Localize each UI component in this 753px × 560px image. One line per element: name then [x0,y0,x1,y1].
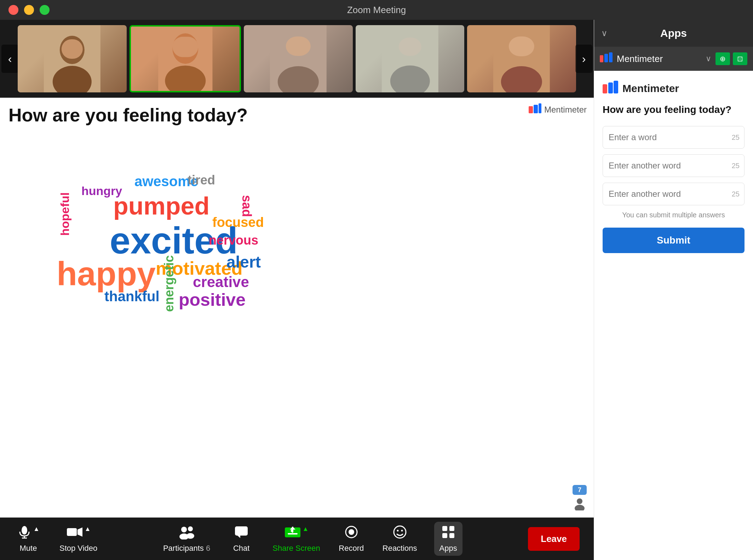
word-input-1-wrapper: 25 [603,126,745,149]
submit-button[interactable]: Submit [603,228,745,253]
svg-rect-62 [449,533,454,538]
char-count-1: 25 [732,133,740,142]
panel-add-button[interactable]: ⊕ [715,52,730,65]
menti-panel-logo [600,52,613,65]
svg-marker-42 [77,527,82,537]
word-input-3-wrapper: 25 [603,183,745,205]
participants-icon [178,525,195,542]
share-arrow[interactable]: ▲ [303,525,309,533]
svg-rect-15 [509,36,534,56]
participant-strip: ‹ [0,20,594,98]
apps-icon [441,525,456,542]
svg-rect-17 [529,106,533,113]
close-button[interactable] [8,5,18,15]
svg-text:thankful: thankful [104,288,160,304]
maximize-button[interactable] [40,5,50,15]
apps-button[interactable]: Apps [434,522,462,556]
participant-thumb-3[interactable] [244,25,353,92]
word-input-2[interactable] [603,154,745,177]
svg-text:positive: positive [179,290,246,310]
panel-dropdown-icon[interactable]: ∨ [601,28,608,38]
panel-dropdown-chevron[interactable]: ∨ [706,54,711,63]
char-count-2: 25 [732,162,740,170]
word-cloud-svg: awesome tired hungry pumped sad hopeful … [0,133,340,331]
menti-brand-name: Mentimeter [622,82,679,95]
svg-rect-53 [288,533,298,535]
svg-point-36 [577,498,582,504]
strip-nav-left[interactable]: ‹ [1,45,18,73]
svg-text:sad: sad [240,195,254,217]
count-badge: 7 [573,485,587,495]
svg-rect-18 [534,105,538,113]
window-title: Zoom Meeting [347,5,406,16]
reactions-label: Reactions [383,544,417,553]
word-input-3[interactable] [603,183,745,205]
panel-share-button[interactable]: ⊡ [733,52,747,65]
word-input-1[interactable] [603,126,745,149]
panel-content: Mentimeter How are you feeling today? 25… [594,71,753,560]
panel-title: Apps [660,27,687,39]
svg-rect-12 [399,38,421,56]
video-arrow[interactable]: ▲ [85,525,91,533]
menti-label: Mentimeter [544,105,587,115]
svg-rect-65 [609,52,613,62]
svg-point-38 [22,526,27,535]
svg-text:focused: focused [212,215,264,230]
stop-video-label: Stop Video [59,544,97,553]
window-controls[interactable] [8,5,50,15]
svg-rect-60 [449,526,454,531]
panel-question: How are you feeling today? [603,103,745,116]
reactions-button[interactable]: Reactions [383,525,417,553]
svg-point-55 [349,529,354,535]
svg-rect-6 [172,37,198,57]
svg-rect-64 [604,54,608,62]
share-screen-icon [284,525,301,542]
chat-button[interactable]: Chat [227,525,255,553]
menti-panel-name: Mentimeter [617,53,701,64]
participant-thumb-4[interactable] [356,25,465,92]
title-bar: Zoom Meeting [0,0,753,20]
video-icon [66,525,83,542]
stop-video-button[interactable]: ▲ Stop Video [59,525,97,553]
content-area: How are you feeling today? Mentimeter aw… [0,98,594,518]
participants-button[interactable]: Participants 6 [163,525,210,553]
main-layout: ‹ [0,20,753,560]
svg-point-37 [575,505,585,510]
mute-button[interactable]: ▲ Mute [14,525,42,553]
svg-point-57 [397,530,398,532]
svg-point-56 [394,526,406,538]
strip-nav-right[interactable]: › [575,45,592,73]
mute-label: Mute [20,544,37,553]
svg-text:energetic: energetic [162,255,176,312]
leave-button[interactable]: Leave [528,527,580,551]
mentimeter-logo-small [529,103,541,116]
share-screen-button[interactable]: ▲ Share Screen [272,525,320,553]
svg-rect-63 [600,55,603,62]
svg-rect-61 [442,533,447,538]
svg-point-43 [181,527,187,532]
participant-thumb-2[interactable] [130,25,241,92]
minimize-button[interactable] [24,5,34,15]
mentimeter-icon-large [603,81,618,96]
svg-point-46 [186,533,194,539]
chat-icon [234,525,249,542]
participants-label: Participants 6 [163,544,210,553]
svg-text:nervous: nervous [209,233,258,247]
hint-text: You can submit multiple answers [603,211,745,219]
record-icon [344,525,359,542]
participant-count: 7 [573,485,587,510]
record-button[interactable]: Record [337,525,366,553]
svg-text:hopeful: hopeful [58,192,71,236]
svg-rect-47 [235,526,248,536]
svg-text:alert: alert [226,253,261,271]
word-cloud: awesome tired hungry pumped sad hopeful … [0,133,594,518]
participant-thumb-1[interactable] [18,25,127,92]
participant-thumb-5[interactable] [467,25,576,92]
mute-arrow[interactable]: ▲ [33,525,40,533]
share-screen-label: Share Screen [272,544,320,553]
question-title: How are you feeling today? [8,104,248,126]
reactions-icon [392,525,407,542]
panel-header: ∨ Apps [594,20,753,47]
svg-rect-19 [539,103,541,113]
apps-label: Apps [439,544,457,553]
